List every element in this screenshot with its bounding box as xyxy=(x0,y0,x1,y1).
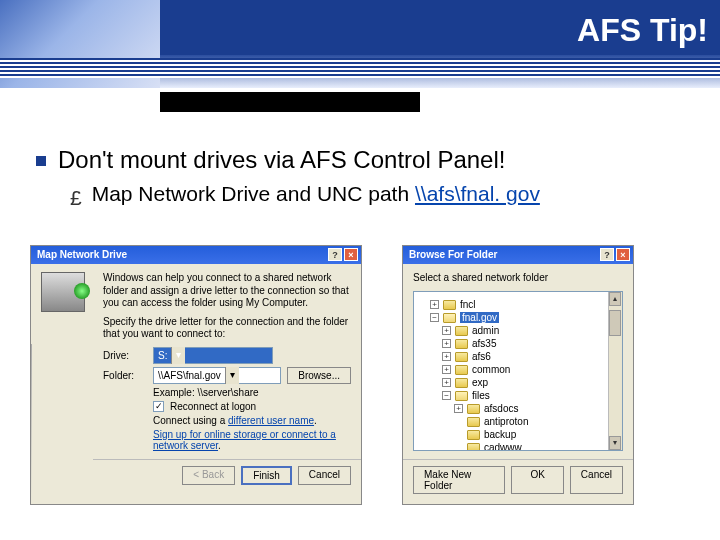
scroll-thumb[interactable] xyxy=(609,310,621,336)
folder-combobox[interactable]: \\AFS\fnal.gov ▾ xyxy=(153,367,281,384)
drive-select[interactable]: S: ▾ xyxy=(153,347,273,364)
tree-item[interactable]: fncl xyxy=(460,299,476,310)
close-button[interactable]: × xyxy=(616,248,630,261)
tree-item[interactable]: afs6 xyxy=(472,351,491,362)
map-blurb-2: Specify the drive letter for the connect… xyxy=(103,316,351,341)
cancel-button[interactable]: Cancel xyxy=(298,466,351,485)
sub-bullet-icon: £ xyxy=(70,186,82,210)
expand-icon[interactable]: + xyxy=(442,378,451,387)
folder-tree[interactable]: +fncl −fnal.gov +admin +afs35 +afs6 +com… xyxy=(413,291,623,451)
map-network-drive-dialog: Map Network Drive ? × Windows can help y… xyxy=(30,245,362,505)
bullet-text: Don't mount drives via AFS Control Panel… xyxy=(58,146,505,174)
browse-titlebar[interactable]: Browse For Folder ? × xyxy=(403,246,633,264)
map-titlebar[interactable]: Map Network Drive ? × xyxy=(31,246,361,264)
expand-icon[interactable]: + xyxy=(442,339,451,348)
collapse-icon[interactable]: − xyxy=(430,313,439,322)
bullet-square-icon xyxy=(36,156,46,166)
sub-bullet-text: Map Network Drive and UNC path \\afs\fna… xyxy=(92,182,540,206)
map-title: Map Network Drive xyxy=(37,249,127,260)
tree-item[interactable]: common xyxy=(472,364,510,375)
folder-open-icon xyxy=(443,313,456,323)
folder-icon xyxy=(467,430,480,440)
map-footer: < Back Finish Cancel xyxy=(93,459,361,485)
unc-link[interactable]: \\afs\fnal. gov xyxy=(415,182,540,205)
different-user-link[interactable]: different user name xyxy=(228,415,314,426)
folder-icon xyxy=(455,339,468,349)
collapse-icon[interactable]: − xyxy=(442,391,451,400)
back-button: < Back xyxy=(182,466,235,485)
tree-item[interactable]: backup xyxy=(484,429,516,440)
tree-item[interactable]: cadwww xyxy=(484,442,522,451)
close-button[interactable]: × xyxy=(344,248,358,261)
expand-icon[interactable]: + xyxy=(442,365,451,374)
cancel-button[interactable]: Cancel xyxy=(570,466,623,494)
drive-label: Drive: xyxy=(103,350,147,361)
header-stripes xyxy=(0,58,720,78)
chevron-down-icon[interactable]: ▾ xyxy=(225,367,239,384)
browse-prompt: Select a shared network folder xyxy=(413,272,623,283)
folder-icon xyxy=(467,443,480,452)
chevron-down-icon[interactable]: ▾ xyxy=(171,347,185,364)
tree-item[interactable]: admin xyxy=(472,325,499,336)
expand-icon[interactable]: + xyxy=(442,326,451,335)
folder-icon xyxy=(467,404,480,414)
signup-link[interactable]: Sign up for online storage or connect to… xyxy=(153,429,336,451)
sub-bullet: £ Map Network Drive and UNC path \\afs\f… xyxy=(70,182,690,210)
expand-icon[interactable]: + xyxy=(442,352,451,361)
folder-icon xyxy=(455,352,468,362)
tree-item[interactable]: afsdocs xyxy=(484,403,518,414)
bullet-main: Don't mount drives via AFS Control Panel… xyxy=(30,146,690,174)
tree-item-selected[interactable]: fnal.gov xyxy=(460,312,499,323)
slide-header: AFS Tip! xyxy=(0,0,720,88)
scroll-up-icon[interactable]: ▴ xyxy=(609,292,621,306)
header-black-bar xyxy=(160,92,420,112)
reconnect-checkbox[interactable]: ✓ xyxy=(153,401,164,412)
connect-using-text: Connect using a xyxy=(153,415,228,426)
folder-icon xyxy=(455,365,468,375)
expand-icon[interactable]: + xyxy=(454,404,463,413)
drive-value: S: xyxy=(158,350,167,361)
slide-title: AFS Tip! xyxy=(577,12,708,49)
example-text: Example: \\server\share xyxy=(153,387,259,398)
folder-icon xyxy=(467,417,480,427)
browse-for-folder-dialog: Browse For Folder ? × Select a shared ne… xyxy=(402,245,634,505)
folder-open-icon xyxy=(455,391,468,401)
folder-icon xyxy=(455,378,468,388)
dialog-illustration xyxy=(41,272,95,485)
tree-item[interactable]: antiproton xyxy=(484,416,528,427)
map-blurb-1: Windows can help you connect to a shared… xyxy=(103,272,351,310)
browse-title: Browse For Folder xyxy=(409,249,497,260)
expand-icon[interactable]: + xyxy=(430,300,439,309)
ok-button[interactable]: OK xyxy=(511,466,563,494)
folder-label: Folder: xyxy=(103,370,147,381)
scroll-down-icon[interactable]: ▾ xyxy=(609,436,621,450)
tree-scrollbar[interactable]: ▴ ▾ xyxy=(608,292,622,450)
tree-item[interactable]: afs35 xyxy=(472,338,496,349)
network-drive-icon xyxy=(41,272,85,312)
help-button[interactable]: ? xyxy=(600,248,614,261)
sub-text: Map Network Drive and UNC path xyxy=(92,182,415,205)
tree-item[interactable]: exp xyxy=(472,377,488,388)
reconnect-label: Reconnect at logon xyxy=(170,401,256,412)
folder-value: \\AFS\fnal.gov xyxy=(158,370,221,381)
folder-icon xyxy=(455,326,468,336)
make-new-folder-button[interactable]: Make New Folder xyxy=(413,466,505,494)
finish-button[interactable]: Finish xyxy=(241,466,292,485)
browse-button[interactable]: Browse... xyxy=(287,367,351,384)
tree-item[interactable]: files xyxy=(472,390,490,401)
folder-icon xyxy=(443,300,456,310)
help-button[interactable]: ? xyxy=(328,248,342,261)
